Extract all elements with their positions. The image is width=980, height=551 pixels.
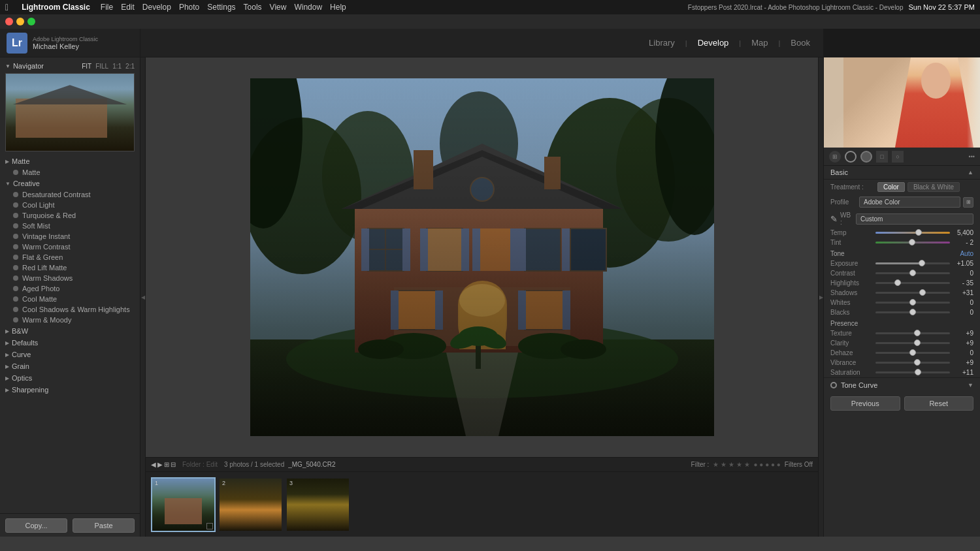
preset-item-warm-contrast[interactable]: Warm Contrast [0, 242, 140, 252]
texture-slider-thumb[interactable] [914, 330, 921, 336]
close-button[interactable] [5, 18, 13, 25]
menu-help[interactable]: Help [330, 3, 346, 12]
tool-spot[interactable] [860, 151, 872, 163]
dehaze-slider-track[interactable] [875, 352, 950, 354]
filmstrip-thumb-3[interactable]: 3 [286, 477, 350, 532]
wb-value[interactable]: Custom [856, 213, 973, 225]
menu-window[interactable]: Window [294, 3, 322, 12]
shadows-slider-thumb[interactable] [919, 289, 926, 296]
preset-group-header-sharpening[interactable]: ▶ Sharpening [0, 384, 140, 396]
texture-slider-track[interactable] [875, 332, 950, 334]
preset-item-cool-matte[interactable]: Cool Matte [0, 294, 140, 304]
bw-button[interactable]: Black & White [907, 182, 960, 192]
tool-redeye[interactable]: □ [876, 151, 888, 163]
vibrance-slider-thumb[interactable] [914, 359, 921, 366]
tool-brush[interactable]: ○ [892, 151, 904, 163]
clarity-slider-thumb[interactable] [914, 339, 921, 346]
preset-dot [13, 192, 18, 197]
blacks-slider-thumb[interactable] [909, 309, 916, 315]
preset-item-warm-shadows[interactable]: Warm Shadows [0, 273, 140, 283]
whites-slider-thumb[interactable] [909, 299, 916, 306]
previous-button[interactable]: Previous [830, 396, 900, 411]
fit-option-fill[interactable]: FILL [95, 63, 108, 70]
reset-button[interactable]: Reset [904, 396, 974, 411]
module-develop[interactable]: Develop [698, 38, 729, 48]
filmstrip-btn[interactable]: ⊟ [171, 461, 176, 468]
color-button[interactable]: Color [877, 182, 905, 192]
preset-item-warm-moody[interactable]: Warm & Moody [0, 315, 140, 325]
shadows-slider-track[interactable] [875, 292, 950, 294]
filmstrip-thumb-1[interactable]: 1 [151, 477, 216, 532]
menu-settings[interactable]: Settings [207, 3, 235, 12]
sharpening-arrow-icon: ▶ [5, 387, 9, 393]
preset-item-matte[interactable]: Matte [0, 167, 140, 178]
tool-crop[interactable] [845, 151, 857, 163]
whites-slider-track[interactable] [875, 302, 950, 304]
preset-item-desaturated[interactable]: Desaturated Contrast [0, 189, 140, 200]
next-nav-btn[interactable]: ▶ [157, 461, 163, 468]
preset-item-cool-shadows[interactable]: Cool Shadows & Warm Highlights [0, 304, 140, 315]
maximize-button[interactable] [27, 18, 35, 25]
minimize-button[interactable] [16, 18, 24, 25]
blacks-slider-track[interactable] [875, 311, 950, 313]
temp-slider-track[interactable] [875, 232, 950, 234]
saturation-slider-track[interactable] [875, 371, 950, 373]
basic-section-header[interactable]: Basic ▲ [824, 166, 980, 180]
preset-item-flat-green[interactable]: Flat & Green [0, 252, 140, 262]
grid-btn[interactable]: ⊞ [164, 461, 169, 468]
menu-photo[interactable]: Photo [179, 3, 199, 12]
profile-grid-button[interactable]: ⊞ [963, 197, 973, 208]
preset-item-aged-photo[interactable]: Aged Photo [0, 283, 140, 294]
preset-item-cool-light[interactable]: Cool Light [0, 200, 140, 210]
apple-icon[interactable]:  [5, 2, 8, 12]
eyedropper-icon[interactable]: ✎ [830, 214, 838, 224]
preset-item-red-lift[interactable]: Red Lift Matte [0, 262, 140, 273]
preset-group-header-grain[interactable]: ▶ Grain [0, 360, 140, 372]
tool-more[interactable]: ••• [969, 153, 975, 160]
dehaze-slider-thumb[interactable] [909, 349, 916, 356]
tone-auto-button[interactable]: Auto [960, 250, 973, 257]
saturation-slider-thumb[interactable] [915, 369, 921, 375]
preset-group-header-creative[interactable]: ▼ Creative [0, 178, 140, 189]
preset-item-turquoise[interactable]: Turquoise & Red [0, 210, 140, 221]
vibrance-slider-track[interactable] [875, 362, 950, 364]
fit-option-fit[interactable]: FIT [82, 63, 91, 70]
preset-item-vintage[interactable]: Vintage Instant [0, 231, 140, 242]
preset-item-soft-mist[interactable]: Soft Mist [0, 221, 140, 231]
highlights-slider-track[interactable] [875, 282, 950, 284]
menu-file[interactable]: File [101, 3, 113, 12]
navigator-header[interactable]: ▼ Navigator FIT FILL 1:1 2:1 [0, 60, 140, 72]
tint-slider-thumb[interactable] [909, 239, 915, 245]
menu-view[interactable]: View [270, 3, 287, 12]
temp-slider-thumb[interactable] [915, 229, 922, 236]
preset-group-header-matte[interactable]: ▶ Matte [0, 155, 140, 167]
contrast-slider-track[interactable] [875, 272, 950, 274]
filmstrip-thumb-2[interactable]: 2 [218, 477, 283, 532]
profile-value[interactable]: Adobe Color [859, 197, 960, 208]
tint-slider-track[interactable] [875, 242, 950, 244]
fit-option-1-1[interactable]: 1:1 [112, 63, 122, 70]
highlights-slider-thumb[interactable] [894, 279, 901, 286]
preset-group-header-defaults[interactable]: ▶ Defaults [0, 337, 140, 349]
right-panel-collapse-handle[interactable]: ▶ [818, 57, 823, 537]
fit-option-2-1[interactable]: 2:1 [125, 63, 135, 70]
preset-group-header-curve[interactable]: ▶ Curve [0, 349, 140, 360]
left-panel-collapse-handle[interactable]: ◀ [140, 57, 146, 537]
tone-curve-bar[interactable]: Tone Curve ▼ [824, 377, 980, 392]
menu-edit[interactable]: Edit [121, 3, 135, 12]
exposure-slider-track[interactable] [875, 262, 950, 264]
module-book[interactable]: Book [791, 38, 810, 48]
menu-develop[interactable]: Develop [142, 3, 171, 12]
preset-group-header-optics[interactable]: ▶ Optics [0, 372, 140, 384]
contrast-slider-thumb[interactable] [909, 270, 916, 276]
tool-histogram[interactable]: ⊞ [829, 151, 841, 163]
module-library[interactable]: Library [649, 38, 675, 48]
prev-nav-btn[interactable]: ◀ [151, 461, 156, 468]
copy-button[interactable]: Copy... [5, 518, 67, 533]
exposure-slider-thumb[interactable] [919, 260, 925, 266]
menu-tools[interactable]: Tools [244, 3, 262, 12]
paste-button[interactable]: Paste [73, 518, 135, 533]
clarity-slider-track[interactable] [875, 342, 950, 344]
module-map[interactable]: Map [751, 38, 768, 48]
preset-group-header-bw[interactable]: ▶ B&W [0, 325, 140, 337]
